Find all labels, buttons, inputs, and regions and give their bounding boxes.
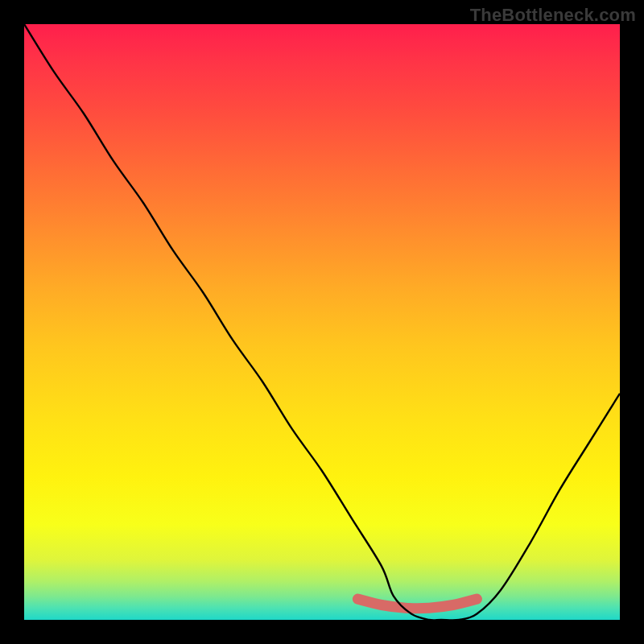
green-band: [357, 599, 477, 609]
bottleneck-curve: [24, 24, 620, 620]
watermark: TheBottleneck.com: [470, 5, 636, 26]
chart-canvas: TheBottleneck.com: [0, 0, 644, 644]
plot-area: [24, 24, 620, 620]
curve-layer: [24, 24, 620, 620]
